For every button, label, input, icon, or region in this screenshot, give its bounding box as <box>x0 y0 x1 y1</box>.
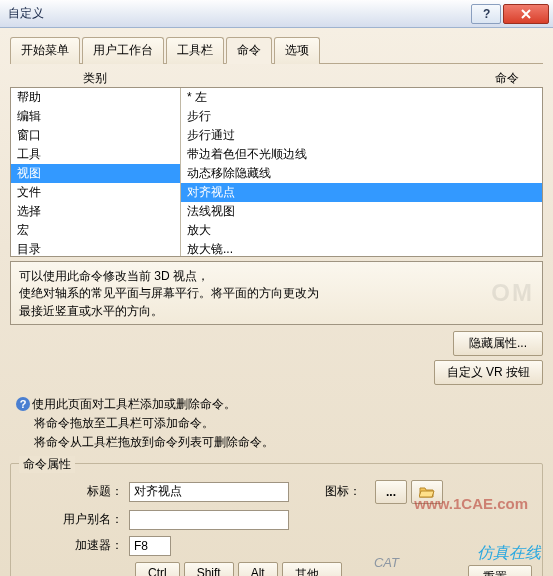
list-item[interactable]: 目录 <box>11 240 180 256</box>
help-block: ?使用此页面对工具栏添加或删除命令。 将命令拖放至工具栏可添加命令。 将命令从工… <box>10 393 543 455</box>
list-item[interactable]: 步行通过 <box>181 126 542 145</box>
svg-text:?: ? <box>483 8 490 20</box>
help-line: 使用此页面对工具栏添加或删除命令。 <box>32 397 236 411</box>
list-item[interactable]: 带边着色但不光顺边线 <box>181 145 542 164</box>
description-box: 可以使用此命令修改当前 3D 视点， 使绝对轴系的常见平面与屏幕平行。将平面的方… <box>10 261 543 325</box>
help-icon: ? <box>16 397 30 411</box>
list-item[interactable]: 法线视图 <box>181 202 542 221</box>
tab-options[interactable]: 选项 <box>274 37 320 64</box>
alias-field[interactable] <box>129 510 289 530</box>
other-button[interactable]: 其他... <box>282 562 342 576</box>
list-item[interactable]: 编辑 <box>11 107 180 126</box>
question-icon: ? <box>481 8 491 20</box>
help-line: 将命令从工具栏拖放到命令列表可删除命令。 <box>16 433 537 452</box>
list-item[interactable]: 文件 <box>11 183 180 202</box>
description-line: 可以使用此命令修改当前 3D 视点， <box>19 268 534 285</box>
list-item[interactable]: 帮助 <box>11 88 180 107</box>
command-properties-group: 命令属性 标题： 图标： ... 用户别名： 加速器： Ctrl Shift A… <box>10 463 543 576</box>
list-item[interactable]: 动态移除隐藏线 <box>181 164 542 183</box>
list-item[interactable]: 对齐视点 <box>181 183 542 202</box>
label-icon: 图标： <box>325 483 361 500</box>
description-line: 使绝对轴系的常见平面与屏幕平行。将平面的方向更改为 <box>19 285 534 302</box>
watermark-brand: 仿真在线 <box>477 543 541 564</box>
list-item[interactable]: 放大镜... <box>181 240 542 256</box>
title-field[interactable] <box>129 482 289 502</box>
header-command: 命令 <box>180 70 543 87</box>
command-listbox[interactable]: * 左 步行 步行通过 带边着色但不光顺边线 动态移除隐藏线 对齐视点 法线视图… <box>181 88 542 256</box>
title-bar: 自定义 ? <box>0 0 553 28</box>
list-item[interactable]: 工具 <box>11 145 180 164</box>
hide-properties-button[interactable]: 隐藏属性... <box>453 331 543 356</box>
reset-button[interactable]: 重置... <box>468 565 532 576</box>
label-title: 标题： <box>21 483 129 500</box>
icon-dots-button[interactable]: ... <box>375 480 407 504</box>
list-item[interactable]: 选择 <box>11 202 180 221</box>
accelerator-field[interactable] <box>129 536 171 556</box>
close-button[interactable] <box>503 4 549 24</box>
help-button[interactable]: ? <box>471 4 501 24</box>
alt-button[interactable]: Alt <box>238 562 278 576</box>
label-alias: 用户别名： <box>21 511 129 528</box>
list-item[interactable]: 步行 <box>181 107 542 126</box>
header-category: 类别 <box>10 70 180 87</box>
label-accelerator: 加速器： <box>21 537 129 554</box>
tab-workbench[interactable]: 用户工作台 <box>82 37 164 64</box>
category-listbox[interactable]: 帮助 编辑 窗口 工具 视图 文件 选择 宏 目录 所有命令 <box>11 88 181 256</box>
group-title: 命令属性 <box>19 456 75 473</box>
list-item[interactable]: 窗口 <box>11 126 180 145</box>
watermark-url: www.1CAE.com <box>414 495 528 512</box>
shift-button[interactable]: Shift <box>184 562 234 576</box>
watermark-text: OM <box>491 276 534 311</box>
ctrl-button[interactable]: Ctrl <box>135 562 180 576</box>
list-item[interactable]: 视图 <box>11 164 180 183</box>
customize-vr-button[interactable]: 自定义 VR 按钮 <box>434 360 543 385</box>
list-item[interactable]: 放大 <box>181 221 542 240</box>
description-line: 最接近竖直或水平的方向。 <box>19 303 534 320</box>
watermark-cat: CAT <box>374 555 399 570</box>
window-title: 自定义 <box>8 5 469 22</box>
close-icon <box>520 8 532 20</box>
dialog-content: 开始菜单 用户工作台 工具栏 命令 选项 类别 命令 帮助 编辑 窗口 工具 视… <box>0 28 553 576</box>
help-line: 将命令拖放至工具栏可添加命令。 <box>16 414 537 433</box>
tab-toolbars[interactable]: 工具栏 <box>166 37 224 64</box>
tab-strip: 开始菜单 用户工作台 工具栏 命令 选项 <box>10 36 543 64</box>
list-item[interactable]: 宏 <box>11 221 180 240</box>
list-item[interactable]: * 左 <box>181 88 542 107</box>
tab-start-menu[interactable]: 开始菜单 <box>10 37 80 64</box>
tab-commands[interactable]: 命令 <box>226 37 272 64</box>
